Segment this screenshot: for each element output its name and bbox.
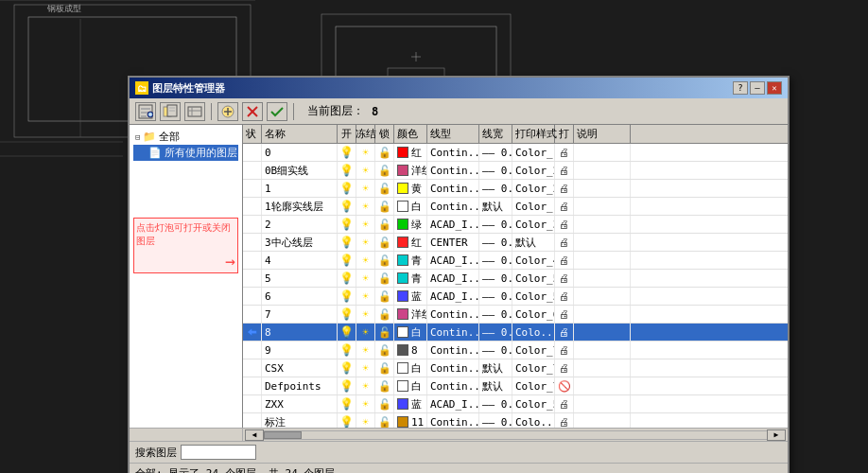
cell-linetype[interactable]: Contin... [427, 413, 479, 428]
cell-lock[interactable]: 🔓 [375, 395, 394, 412]
cell-freeze[interactable]: ☀ [356, 342, 375, 359]
cell-linewidth[interactable]: —— 0... [479, 234, 512, 251]
table-row[interactable]: 1轮廓实线层 💡 ☀ 🔓 白 Contin... 默认 Color_1 🖨 [243, 198, 788, 216]
cell-print[interactable]: 🖨 [555, 270, 574, 287]
cell-linetype[interactable]: Contin... [427, 198, 479, 215]
cell-linewidth[interactable]: 默认 [479, 198, 512, 215]
cell-linetype[interactable]: ACAD_I... [427, 288, 479, 305]
cell-on[interactable]: 💡 [338, 395, 356, 412]
cell-print[interactable]: 🖨 [555, 162, 574, 179]
cell-print[interactable]: 🚫 [555, 377, 574, 394]
cell-print-style[interactable]: Color_7 [512, 377, 555, 394]
scroll-right-btn[interactable]: ▶ [767, 429, 786, 441]
cell-linewidth[interactable]: —— 0... [479, 342, 512, 359]
new-group-filter-btn[interactable] [160, 102, 181, 121]
cell-print-style[interactable]: Color_1 [512, 198, 555, 215]
cell-print-style[interactable]: Color_6 [512, 306, 555, 323]
cell-freeze[interactable]: ☀ [356, 144, 375, 161]
cell-on[interactable]: 💡 [338, 162, 356, 179]
cell-linewidth[interactable]: —— 0... [479, 216, 512, 233]
cell-on[interactable]: 💡 [338, 359, 356, 377]
cell-color[interactable]: 洋红 [394, 306, 427, 323]
cell-linetype[interactable]: Contin... [427, 324, 479, 341]
cell-print-style[interactable]: Color_4 [512, 252, 555, 269]
cell-print[interactable]: 🖨 [555, 288, 574, 305]
cell-linetype[interactable]: Contin... [427, 144, 479, 161]
filter-input[interactable] [181, 445, 256, 460]
cell-linewidth[interactable]: —— 0... [479, 180, 512, 197]
cell-print-style[interactable]: Colo... [512, 413, 555, 428]
table-row[interactable]: 9 💡 ☀ 🔓 8 Contin... —— 0... Color_7 🖨 [243, 342, 788, 359]
close-btn[interactable]: ✕ [767, 81, 782, 95]
cell-print-style[interactable]: 默认 [512, 234, 555, 251]
table-row[interactable]: 3中心线层 💡 ☀ 🔓 红 CENTER —— 0... 默认 🖨 [243, 234, 788, 252]
cell-print-style[interactable]: Color_5 [512, 395, 555, 412]
cell-linetype[interactable]: Contin... [427, 377, 479, 394]
cell-lock[interactable]: 🔓 [375, 216, 394, 233]
cell-print[interactable]: 🖨 [555, 395, 574, 412]
cell-linewidth[interactable]: —— 0... [479, 252, 512, 269]
cell-print-style[interactable]: Color_3 [512, 216, 555, 233]
table-row[interactable]: CSX 💡 ☀ 🔓 白 Contin... 默认 Color_7 🖨 [243, 359, 788, 377]
cell-on[interactable]: 💡 [338, 216, 356, 233]
cell-on[interactable]: 💡 [338, 252, 356, 269]
cell-lock[interactable]: 🔓 [375, 324, 394, 341]
cell-print[interactable]: 🖨 [555, 216, 574, 233]
cell-freeze[interactable]: ☀ [356, 306, 375, 323]
cell-color[interactable]: 红 [394, 144, 427, 161]
cell-linetype[interactable]: ACAD_I... [427, 252, 479, 269]
cell-color[interactable]: 11 [394, 413, 427, 428]
cell-freeze[interactable]: ☀ [356, 270, 375, 287]
cell-on[interactable]: 💡 [338, 342, 356, 359]
cell-linewidth[interactable]: 默认 [479, 377, 512, 394]
tree-item-all[interactable]: ⊟ 📁 全部 [133, 129, 238, 145]
cell-color[interactable]: 8 [394, 342, 427, 359]
set-current-btn[interactable] [267, 102, 287, 121]
cell-on[interactable]: 💡 [338, 180, 356, 197]
cell-on[interactable]: 💡 [338, 144, 356, 161]
cell-freeze[interactable]: ☀ [356, 395, 375, 412]
cell-linetype[interactable]: ACAD_I... [427, 395, 479, 412]
cell-linewidth[interactable]: —— 0... [479, 144, 512, 161]
cell-color[interactable]: 白 [394, 198, 427, 215]
cell-print-style[interactable]: Color_5 [512, 288, 555, 305]
cell-print[interactable]: 🖨 [555, 324, 574, 341]
cell-lock[interactable]: 🔓 [375, 198, 394, 215]
tree-scroll-area[interactable] [130, 429, 243, 441]
cell-freeze[interactable]: ☀ [356, 377, 375, 394]
tree-item-used[interactable]: 📄 所有使用的图层 [133, 145, 238, 161]
cell-lock[interactable]: 🔓 [375, 342, 394, 359]
table-row[interactable]: Defpoints 💡 ☀ 🔓 白 Contin... 默认 Color_7 🚫 [243, 377, 788, 395]
cell-linetype[interactable]: Contin... [427, 180, 479, 197]
cell-freeze[interactable]: ☀ [356, 162, 375, 179]
cell-print-style[interactable]: Color_7 [512, 359, 555, 377]
cell-freeze[interactable]: ☀ [356, 288, 375, 305]
minimize-btn[interactable]: — [750, 81, 765, 95]
cell-linewidth[interactable]: —— 0... [479, 162, 512, 179]
cell-on[interactable]: 💡 [338, 288, 356, 305]
cell-print[interactable]: 🖨 [555, 306, 574, 323]
table-row-selected[interactable]: 8 💡 ☀ 🔓 白 Contin... —— 0... Colo... 🖨 [243, 324, 788, 342]
scroll-left-btn[interactable]: ◀ [245, 429, 264, 441]
cell-print[interactable]: 🖨 [555, 252, 574, 269]
cell-color[interactable]: 红 [394, 234, 427, 251]
cell-print[interactable]: 🖨 [555, 342, 574, 359]
table-row[interactable]: 1 💡 ☀ 🔓 黄 Contin... —— 0... Color_2 🖨 [243, 180, 788, 198]
layer-states-btn[interactable] [184, 102, 205, 121]
cell-linewidth[interactable]: 默认 [479, 359, 512, 377]
table-row[interactable]: 5 💡 ☀ 🔓 青 ACAD_I... —— 0... Color_5 🖨 [243, 270, 788, 288]
cell-linewidth[interactable]: —— 0... [479, 413, 512, 428]
table-row[interactable]: 标注 💡 ☀ 🔓 11 Contin... —— 0... Colo... 🖨 [243, 413, 788, 428]
cell-lock[interactable]: 🔓 [375, 144, 394, 161]
cell-print[interactable]: 🖨 [555, 180, 574, 197]
cell-color[interactable]: 青 [394, 270, 427, 287]
cell-linewidth[interactable]: —— 0... [479, 324, 512, 341]
cell-color[interactable]: 黄 [394, 180, 427, 197]
cell-print[interactable]: 🖨 [555, 413, 574, 428]
cell-print[interactable]: 🖨 [555, 234, 574, 251]
cell-linetype[interactable]: ACAD_I... [427, 216, 479, 233]
cell-print-style[interactable]: Color_2 [512, 180, 555, 197]
cell-print-style[interactable]: Color_7 [512, 342, 555, 359]
cell-on[interactable]: 💡 [338, 198, 356, 215]
hscroll-track[interactable] [264, 430, 767, 440]
